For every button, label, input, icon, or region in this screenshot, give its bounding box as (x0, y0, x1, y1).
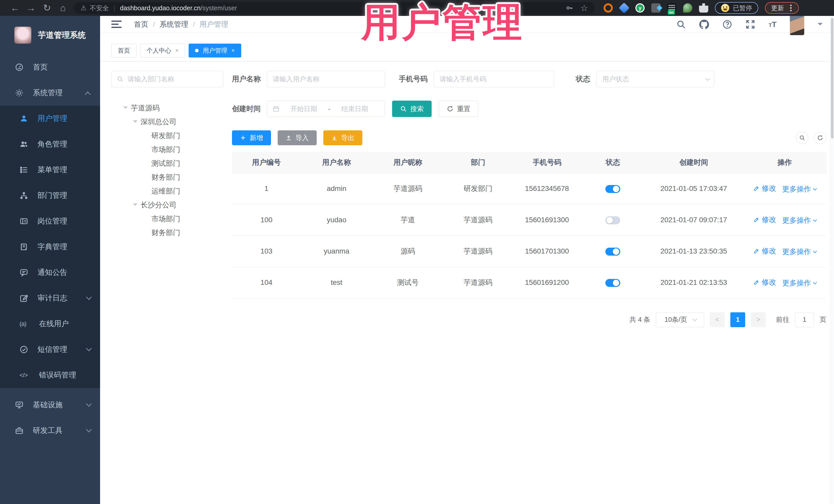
export-button[interactable]: 导出 (323, 130, 363, 145)
back-icon[interactable]: ← (7, 3, 23, 13)
breadcrumb-system[interactable]: 系统管理 (160, 20, 188, 29)
address-divider: | (113, 4, 115, 12)
sidebar-item-infra[interactable]: 基础设施 (0, 392, 100, 418)
app-title: 芋道管理系统 (38, 30, 86, 41)
extensions-puzzle-icon[interactable] (699, 3, 708, 13)
extension-switch-icon[interactable]: on (667, 3, 676, 13)
edit-link[interactable]: 修改 (753, 246, 776, 256)
tab-home[interactable]: 首页 (111, 44, 136, 58)
toggle-search-button[interactable] (796, 132, 808, 144)
sidebar-item-depts[interactable]: 部门管理 (0, 183, 100, 209)
more-actions-link[interactable]: 更多操作 (782, 278, 816, 288)
extension-orange-icon[interactable] (603, 3, 613, 13)
edit-link[interactable]: 修改 (753, 215, 776, 224)
extension-green-icon[interactable]: y (635, 3, 644, 13)
search-icon[interactable] (676, 20, 686, 29)
close-icon[interactable]: × (175, 47, 179, 54)
sidebar-item-dict[interactable]: 字典管理 (0, 234, 100, 260)
status-toggle[interactable] (605, 216, 620, 224)
breadcrumb-home[interactable]: 首页 (134, 20, 148, 29)
avatar-caret-icon[interactable] (817, 23, 823, 28)
more-actions-link[interactable]: 更多操作 (782, 247, 816, 257)
prev-page-button[interactable]: < (710, 312, 725, 327)
search-button[interactable]: 搜索 (392, 101, 432, 117)
tab-label: 首页 (118, 46, 130, 54)
collapse-sidebar-icon[interactable] (111, 21, 122, 28)
refresh-table-button[interactable] (814, 132, 826, 144)
sidebar-item-error-codes[interactable]: </> 错误码管理 (0, 363, 100, 388)
tree-node[interactable]: 财务部门 (111, 170, 223, 184)
tree-node[interactable]: 测试部门 (111, 156, 223, 170)
sidebar-item-home[interactable]: 首页 (0, 54, 100, 80)
github-icon[interactable] (699, 20, 709, 29)
caret-down-icon[interactable] (133, 120, 137, 125)
sidebar-item-system[interactable]: 系统管理 (0, 80, 100, 106)
forward-icon[interactable]: → (23, 3, 39, 13)
close-icon[interactable]: × (232, 47, 235, 54)
cell-dept: 芋道源码 (443, 267, 512, 298)
scrollbar-thumb[interactable] (831, 18, 833, 138)
page-scrollbar[interactable] (830, 16, 834, 504)
tree-node[interactable]: 财务部门 (111, 226, 223, 240)
tree-node[interactable]: 研发部门 (111, 129, 223, 143)
more-actions-link[interactable]: 更多操作 (782, 184, 816, 194)
caret-down-icon[interactable] (133, 203, 137, 208)
tree-node[interactable]: 运维部门 (111, 184, 223, 198)
more-actions-link[interactable]: 更多操作 (782, 216, 816, 225)
fullscreen-icon[interactable] (745, 20, 755, 29)
page-size-select[interactable]: 10条/页 (656, 312, 704, 327)
status-toggle[interactable] (605, 279, 620, 287)
cell-mobile: 15601691200 (512, 267, 581, 298)
tab-user-management[interactable]: 用户管理 × (189, 44, 241, 58)
mobile-input[interactable] (440, 75, 548, 83)
address-bar[interactable]: ⚠ 不安全 | dashboard.yudao.iocoder.cn/syste… (74, 2, 595, 14)
status-toggle[interactable] (605, 248, 620, 256)
home-icon[interactable]: ⌂ (55, 3, 71, 13)
next-page-button[interactable]: > (751, 312, 766, 327)
browser-update-button[interactable]: 更新 (765, 2, 799, 14)
sidebar-item-notice[interactable]: 通知公告 (0, 260, 100, 285)
sidebar-item-menus[interactable]: 菜单管理 (0, 157, 100, 183)
extension-grid-icon[interactable] (651, 3, 660, 13)
extension-gem-icon[interactable] (619, 3, 629, 13)
sidebar-item-roles[interactable]: 角色管理 (0, 131, 100, 157)
status-select[interactable]: 用户状态 (596, 71, 715, 87)
reload-icon[interactable]: ↻ (39, 3, 55, 13)
key-icon[interactable] (566, 4, 573, 12)
reset-button[interactable]: 重置 (439, 101, 478, 117)
sidebar-item-users[interactable]: 用户管理 (0, 106, 100, 131)
breadcrumb-current: 用户管理 (200, 20, 228, 29)
sidebar-logo[interactable]: 芋道管理系统 (0, 16, 100, 54)
goto-page-input[interactable] (795, 312, 814, 327)
dept-search-input[interactable] (128, 75, 218, 83)
browser-menu-icon[interactable] (790, 7, 792, 9)
edit-link[interactable]: 修改 (753, 278, 776, 287)
cell-user-id: 1 (232, 173, 301, 204)
date-range-field[interactable]: 开始日期 - 结束日期 (267, 101, 385, 117)
font-size-icon[interactable]: TT (769, 20, 776, 29)
status-toggle[interactable] (605, 185, 620, 193)
user-avatar[interactable] (790, 14, 804, 35)
tree-node[interactable]: 市场部门 (111, 143, 223, 156)
import-button[interactable]: 导入 (278, 130, 317, 145)
tree-node[interactable]: 芋道源码 (111, 101, 223, 115)
profile-paused-pill[interactable]: 已暂停 (715, 2, 758, 14)
sidebar-item-audit-log[interactable]: 审计日志 (0, 285, 100, 311)
tree-node[interactable]: 市场部门 (111, 212, 223, 226)
tab-profile[interactable]: 个人中心 × (140, 44, 185, 58)
sidebar-item-online-users[interactable]: (a) 在线用户 (0, 311, 100, 337)
url-host: dashboard.yudao.iocoder.cn (120, 4, 201, 12)
username-input[interactable] (273, 75, 379, 83)
sidebar-item-posts[interactable]: 岗位管理 (0, 209, 100, 234)
page-1-button[interactable]: 1 (730, 312, 745, 327)
extension-sprout-icon[interactable] (683, 3, 692, 13)
caret-down-icon[interactable] (123, 107, 128, 111)
sidebar-item-sms[interactable]: 短信管理 (0, 337, 100, 363)
tree-node[interactable]: 长沙分公司 (111, 198, 223, 212)
add-button[interactable]: 新增 (232, 130, 271, 145)
sidebar-item-dev-tools[interactable]: 研发工具 (0, 418, 100, 443)
bookmark-star-icon[interactable]: ☆ (580, 3, 588, 13)
help-icon[interactable] (722, 20, 732, 29)
edit-link[interactable]: 修改 (753, 183, 776, 193)
tree-node[interactable]: 深圳总公司 (111, 115, 223, 129)
